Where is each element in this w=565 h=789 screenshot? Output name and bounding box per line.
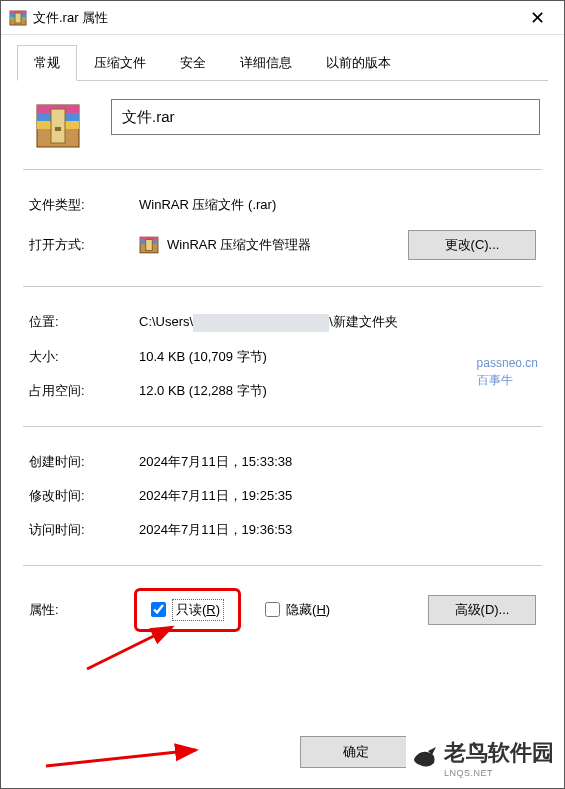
svg-rect-10 [55,127,61,131]
winrar-icon [139,235,159,255]
divider [23,286,542,287]
accessed-value: 2024年7月11日，19:36:53 [139,521,536,539]
titlebar: 文件.rar 属性 ✕ [1,1,564,35]
location-value: C:\Users\\新建文件夹 [139,313,536,332]
size-label: 大小: [29,348,139,366]
size-on-disk-label: 占用空间: [29,382,139,400]
hidden-label: 隐藏(H) [286,601,330,619]
file-type-label: 文件类型: [29,196,139,214]
file-type-value: WinRAR 压缩文件 (.rar) [139,196,536,214]
open-with-app-name: WinRAR 压缩文件管理器 [167,236,311,254]
tab-strip: 常规 压缩文件 安全 详细信息 以前的版本 [17,45,548,81]
filename-input[interactable] [111,99,540,135]
tab-security[interactable]: 安全 [163,45,223,81]
divider [23,565,542,566]
divider [23,426,542,427]
created-label: 创建时间: [29,453,139,471]
hidden-checkbox[interactable] [265,602,280,617]
divider [23,169,542,170]
branding-url: LNQS.NET [444,768,554,778]
site-branding: 老鸟软件园 LNQS.NET [406,736,558,780]
readonly-checkbox-row[interactable]: 只读(R) [151,599,224,621]
open-with-label: 打开方式: [29,236,139,254]
tab-previous[interactable]: 以前的版本 [309,45,408,81]
tab-general[interactable]: 常规 [17,45,77,81]
watermark: passneo.cn 百事牛 [477,355,538,389]
advanced-button[interactable]: 高级(D)... [428,595,536,625]
svg-rect-4 [15,13,21,23]
readonly-label: 只读(R) [172,599,224,621]
location-label: 位置: [29,313,139,331]
svg-rect-9 [51,109,65,143]
open-with-app: WinRAR 压缩文件管理器 [139,235,311,255]
readonly-checkbox[interactable] [151,602,166,617]
ok-button[interactable]: 确定 [300,736,412,768]
branding-name: 老鸟软件园 [444,738,554,768]
modified-label: 修改时间: [29,487,139,505]
modified-value: 2024年7月11日，19:25:35 [139,487,536,505]
close-button[interactable]: ✕ [514,3,560,33]
accessed-label: 访问时间: [29,521,139,539]
tab-archive[interactable]: 压缩文件 [77,45,163,81]
tab-body-general: 文件类型: WinRAR 压缩文件 (.rar) 打开方式: WinRAR 压缩… [17,81,548,644]
rar-large-icon [33,101,83,151]
window-title: 文件.rar 属性 [33,9,514,27]
hidden-checkbox-row[interactable]: 隐藏(H) [265,601,330,619]
redacted-username [193,314,329,332]
created-value: 2024年7月11日，15:33:38 [139,453,536,471]
highlight-annotation: 只读(R) [134,588,241,632]
rar-file-icon [9,9,27,27]
bird-logo-icon [410,743,440,773]
attributes-label: 属性: [29,601,134,619]
tab-details[interactable]: 详细信息 [223,45,309,81]
properties-dialog: 文件.rar 属性 ✕ 常规 压缩文件 安全 详细信息 以前的版本 [0,0,565,789]
change-open-with-button[interactable]: 更改(C)... [408,230,536,260]
svg-rect-14 [146,239,153,250]
